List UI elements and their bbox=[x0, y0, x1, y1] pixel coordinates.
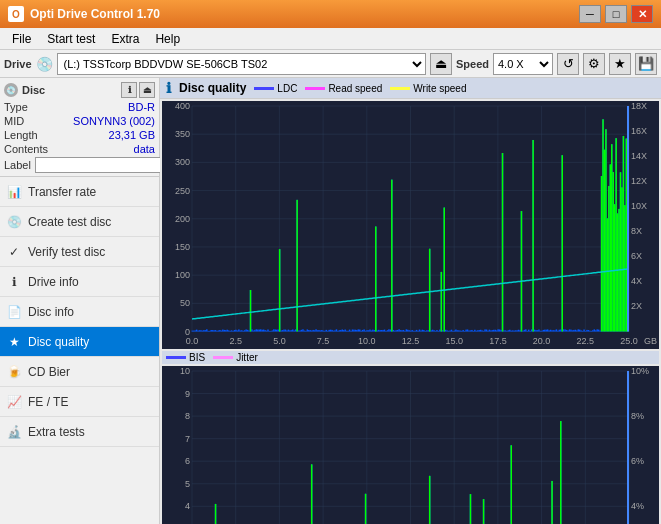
create-test-disc-label: Create test disc bbox=[28, 215, 111, 229]
bis-color-swatch bbox=[166, 356, 186, 359]
transfer-rate-icon: 📊 bbox=[6, 184, 22, 200]
menu-help[interactable]: Help bbox=[147, 30, 188, 48]
save-button[interactable]: 💾 bbox=[635, 53, 657, 75]
app-title: Opti Drive Control 1.70 bbox=[30, 7, 579, 21]
top-chart bbox=[162, 101, 659, 349]
favorite-button[interactable]: ★ bbox=[609, 53, 631, 75]
chart-title: Disc quality bbox=[179, 81, 246, 95]
legend-ldc-label: LDC bbox=[277, 83, 297, 94]
chart2-legend: BIS Jitter bbox=[162, 351, 659, 364]
verify-test-disc-icon: ✓ bbox=[6, 244, 22, 260]
legend-write-speed: Write speed bbox=[390, 83, 466, 94]
drive-info-label: Drive info bbox=[28, 275, 79, 289]
label-input[interactable] bbox=[35, 157, 164, 173]
legend-read-speed-label: Read speed bbox=[328, 83, 382, 94]
cd-bier-icon: 🍺 bbox=[6, 364, 22, 380]
create-test-disc-icon: 💿 bbox=[6, 214, 22, 230]
fe-te-label: FE / TE bbox=[28, 395, 68, 409]
chart-header-icon: ℹ bbox=[166, 80, 171, 96]
jitter-color-swatch bbox=[213, 356, 233, 359]
extra-tests-icon: 🔬 bbox=[6, 424, 22, 440]
extra-tests-label: Extra tests bbox=[28, 425, 85, 439]
menu-start-test[interactable]: Start test bbox=[39, 30, 103, 48]
label-label: Label bbox=[4, 159, 31, 171]
window-controls[interactable]: ─ □ ✕ bbox=[579, 5, 653, 23]
drive-icon: 💿 bbox=[36, 56, 53, 72]
sidebar-item-drive-info[interactable]: ℹ Drive info bbox=[0, 267, 159, 297]
titlebar: O Opti Drive Control 1.70 ─ □ ✕ bbox=[0, 0, 661, 28]
disc-icon: 💿 bbox=[4, 83, 18, 97]
disc-header-label: Disc bbox=[22, 84, 45, 96]
sidebar-item-cd-bier[interactable]: 🍺 CD Bier bbox=[0, 357, 159, 387]
drive-label: Drive bbox=[4, 58, 32, 70]
sidebar-item-transfer-rate[interactable]: 📊 Transfer rate bbox=[0, 177, 159, 207]
drive-info-icon: ℹ bbox=[6, 274, 22, 290]
write-speed-color-swatch bbox=[390, 87, 410, 90]
menu-file[interactable]: File bbox=[4, 30, 39, 48]
legend-ldc: LDC bbox=[254, 83, 297, 94]
length-value: 23,31 GB bbox=[109, 129, 155, 141]
close-button[interactable]: ✕ bbox=[631, 5, 653, 23]
mid-value: SONYNN3 (002) bbox=[73, 115, 155, 127]
bottom-chart bbox=[162, 366, 659, 524]
minimize-button[interactable]: ─ bbox=[579, 5, 601, 23]
legend-read-speed: Read speed bbox=[305, 83, 382, 94]
sidebar: 💿 Disc ℹ ⏏ Type BD-R MID SONYNN3 (002) L… bbox=[0, 78, 160, 524]
legend-bis-label: BIS bbox=[189, 352, 205, 363]
menubar: File Start test Extra Help bbox=[0, 28, 661, 50]
sidebar-item-disc-quality[interactable]: ★ Disc quality bbox=[0, 327, 159, 357]
sidebar-item-verify-test-disc[interactable]: ✓ Verify test disc bbox=[0, 237, 159, 267]
type-value: BD-R bbox=[128, 101, 155, 113]
sidebar-item-extra-tests[interactable]: 🔬 Extra tests bbox=[0, 417, 159, 447]
disc-eject-btn[interactable]: ⏏ bbox=[139, 82, 155, 98]
type-label: Type bbox=[4, 101, 28, 113]
read-speed-color-swatch bbox=[305, 87, 325, 90]
chart-header: ℹ Disc quality LDC Read speed Write spee… bbox=[160, 78, 661, 99]
legend-write-speed-label: Write speed bbox=[413, 83, 466, 94]
bottom-chart-container bbox=[162, 366, 659, 524]
disc-quality-label: Disc quality bbox=[28, 335, 89, 349]
verify-test-disc-label: Verify test disc bbox=[28, 245, 105, 259]
legend-jitter: Jitter bbox=[213, 352, 258, 363]
settings-button[interactable]: ⚙ bbox=[583, 53, 605, 75]
menu-extra[interactable]: Extra bbox=[103, 30, 147, 48]
contents-value: data bbox=[134, 143, 155, 155]
ldc-color-swatch bbox=[254, 87, 274, 90]
sidebar-item-create-test-disc[interactable]: 💿 Create test disc bbox=[0, 207, 159, 237]
refresh-button[interactable]: ↺ bbox=[557, 53, 579, 75]
disc-panel: 💿 Disc ℹ ⏏ Type BD-R MID SONYNN3 (002) L… bbox=[0, 78, 159, 177]
content-area: ℹ Disc quality LDC Read speed Write spee… bbox=[160, 78, 661, 524]
app-icon: O bbox=[8, 6, 24, 22]
drive-select[interactable]: (L:) TSSTcorp BDDVDW SE-506CB TS02 bbox=[57, 53, 426, 75]
legend-bis: BIS bbox=[166, 352, 205, 363]
disc-info-icon: 📄 bbox=[6, 304, 22, 320]
speed-label: Speed bbox=[456, 58, 489, 70]
sidebar-item-disc-info[interactable]: 📄 Disc info bbox=[0, 297, 159, 327]
maximize-button[interactable]: □ bbox=[605, 5, 627, 23]
fe-te-icon: 📈 bbox=[6, 394, 22, 410]
legend-jitter-label: Jitter bbox=[236, 352, 258, 363]
eject-button[interactable]: ⏏ bbox=[430, 53, 452, 75]
transfer-rate-label: Transfer rate bbox=[28, 185, 96, 199]
disc-quality-icon: ★ bbox=[6, 334, 22, 350]
main-layout: 💿 Disc ℹ ⏏ Type BD-R MID SONYNN3 (002) L… bbox=[0, 78, 661, 524]
contents-label: Contents bbox=[4, 143, 48, 155]
disc-info-btn[interactable]: ℹ bbox=[121, 82, 137, 98]
disc-info-label: Disc info bbox=[28, 305, 74, 319]
cd-bier-label: CD Bier bbox=[28, 365, 70, 379]
speed-select[interactable]: 4.0 X bbox=[493, 53, 553, 75]
sidebar-item-fe-te[interactable]: 📈 FE / TE bbox=[0, 387, 159, 417]
top-chart-container bbox=[162, 101, 659, 349]
mid-label: MID bbox=[4, 115, 24, 127]
drive-bar: Drive 💿 (L:) TSSTcorp BDDVDW SE-506CB TS… bbox=[0, 50, 661, 78]
charts-area: BIS Jitter bbox=[160, 99, 661, 524]
length-label: Length bbox=[4, 129, 38, 141]
